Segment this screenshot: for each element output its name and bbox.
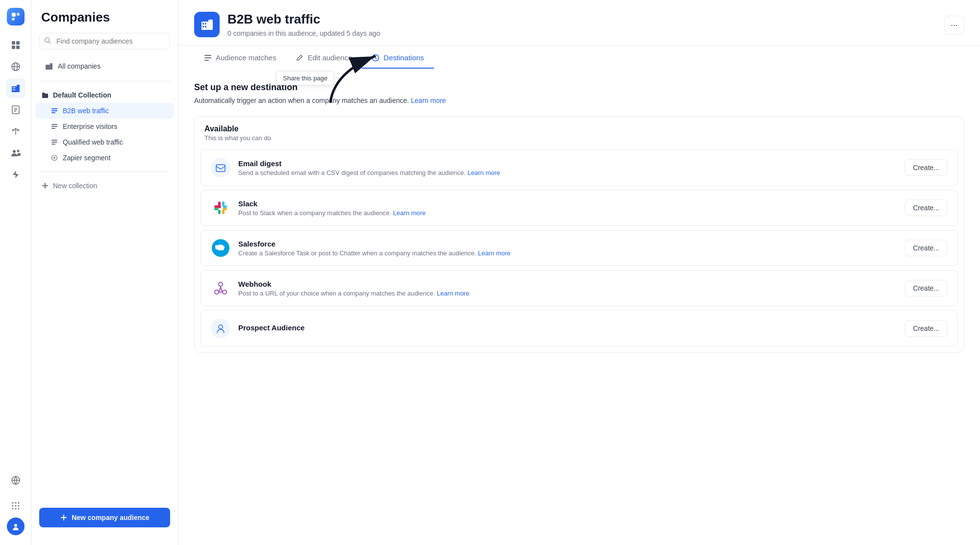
svg-point-74 (215, 290, 219, 294)
svg-line-22 (16, 129, 19, 130)
svg-rect-61 (204, 57, 211, 58)
setup-desc: Automatically trigger an action when a c… (194, 97, 964, 104)
main-header-left: B2B web traffic 0 companies in this audi… (194, 12, 380, 45)
svg-point-35 (14, 524, 17, 527)
available-subtitle: This is what you can do (204, 134, 954, 142)
destination-name-prospect: Prospect Audience (238, 323, 897, 332)
webhook-learn-more-link[interactable]: Learn more (437, 290, 469, 297)
destination-card-email: Email digest Send a scheduled email with… (201, 149, 958, 186)
svg-rect-59 (205, 26, 206, 27)
create-slack-button[interactable]: Create... (905, 199, 948, 216)
sidebar-item-b2b-web-traffic[interactable]: B2B web traffic (35, 103, 174, 119)
svg-point-76 (219, 282, 223, 286)
sidebar-section-default-collection[interactable]: Default Collection (31, 87, 178, 103)
svg-rect-15 (14, 89, 15, 90)
svg-rect-11 (17, 85, 20, 92)
create-email-button[interactable]: Create... (905, 159, 948, 176)
svg-rect-46 (51, 140, 57, 141)
destination-card-prospect: Prospect Audience Create... (201, 310, 958, 347)
nav-icon-companies[interactable] (6, 78, 25, 98)
app-logo[interactable] (7, 8, 25, 25)
tooltip-text: Share this page (283, 74, 327, 82)
sidebar-item-all-companies[interactable]: All companies (35, 57, 174, 75)
destination-desc-webhook: Post to a URL of your choice when a comp… (238, 290, 897, 297)
more-options-button[interactable]: ··· (944, 16, 964, 35)
share-tooltip: Share this page (276, 71, 334, 85)
sidebar-item-qualified-label: Qualified web traffic (63, 138, 123, 146)
nav-avatar[interactable] (7, 518, 25, 535)
search-input[interactable] (39, 33, 170, 50)
svg-rect-71 (214, 208, 219, 210)
svg-point-33 (15, 508, 16, 510)
svg-point-29 (12, 505, 13, 507)
tab-destinations[interactable]: Destinations (362, 48, 434, 69)
nav-icon-team[interactable] (6, 143, 25, 163)
svg-point-26 (12, 502, 13, 504)
svg-rect-38 (46, 65, 50, 70)
main-header: B2B web traffic 0 companies in this audi… (178, 0, 980, 46)
destination-info-salesforce: Salesforce Create a Salesforce Task or p… (238, 240, 897, 257)
svg-line-37 (49, 42, 51, 44)
setup-learn-more-link[interactable]: Learn more (411, 97, 446, 104)
main-subtitle: 0 companies in this audience, updated 5 … (227, 29, 380, 37)
nav-icon-scale[interactable] (6, 122, 25, 141)
svg-point-24 (17, 150, 19, 152)
svg-rect-51 (42, 185, 48, 186)
sidebar-item-qualified-web-traffic[interactable]: Qualified web traffic (35, 134, 174, 150)
nav-icon-grid[interactable] (6, 496, 25, 516)
destination-name-slack: Slack (238, 199, 897, 208)
create-prospect-button[interactable]: Create... (905, 320, 948, 337)
destination-desc-webhook-text: Post to a URL of your choice when a comp… (238, 290, 435, 297)
slack-learn-more-link[interactable]: Learn more (393, 209, 426, 217)
destination-card-slack: Slack Post to Slack when a company match… (201, 190, 958, 226)
sf-learn-more-link[interactable]: Learn more (478, 249, 510, 257)
nav-icon-contacts[interactable] (6, 100, 25, 120)
svg-rect-56 (202, 23, 204, 25)
sidebar-item-zapier-segment[interactable]: Zapier segment (35, 150, 174, 166)
destination-desc-slack-text: Post to Slack when a company matches the… (238, 209, 391, 217)
svg-rect-14 (13, 89, 14, 90)
create-webhook-button[interactable]: Create... (905, 280, 948, 297)
webhook-icon (211, 278, 230, 298)
sidebar-item-enterprise-visitors[interactable]: Enterprise visitors (35, 119, 174, 134)
new-audience-btn-label: New company audience (72, 514, 150, 521)
svg-rect-62 (204, 60, 209, 61)
svg-line-21 (12, 129, 16, 130)
sidebar-item-all-companies-label: All companies (58, 62, 101, 70)
sidebar-search-container (39, 33, 170, 50)
svg-rect-4 (16, 41, 20, 45)
search-icon (44, 37, 51, 46)
svg-rect-65 (216, 165, 225, 172)
svg-rect-54 (201, 22, 208, 30)
new-audience-button[interactable]: New company audience (39, 508, 170, 527)
tab-edit-audience[interactable]: Edit audience (286, 48, 362, 69)
svg-point-28 (18, 502, 19, 504)
destination-desc-email-text: Send a scheduled email with a CSV digest… (238, 169, 466, 176)
svg-rect-39 (50, 63, 52, 70)
svg-rect-41 (51, 110, 57, 111)
svg-rect-5 (12, 46, 15, 49)
more-icon: ··· (951, 20, 958, 30)
svg-rect-13 (14, 87, 15, 88)
destination-name-email: Email digest (238, 159, 897, 168)
tab-audience-matches[interactable]: Audience matches (194, 48, 286, 69)
svg-point-30 (15, 505, 16, 507)
svg-point-23 (13, 150, 16, 153)
sidebar-item-b2b-label: B2B web traffic (63, 107, 109, 115)
sidebar-collection-label: Default Collection (53, 91, 111, 99)
destination-card-salesforce: Salesforce Create a Salesforce Task or p… (201, 230, 958, 266)
svg-point-75 (223, 290, 226, 294)
nav-icon-globe[interactable] (6, 57, 25, 76)
sidebar-new-collection-label: New collection (53, 182, 97, 190)
nav-icon-global[interactable] (6, 471, 25, 490)
nav-icon-dashboard[interactable] (6, 35, 25, 55)
sidebar-new-collection[interactable]: New collection (31, 178, 178, 194)
svg-point-31 (18, 505, 19, 507)
destination-info-slack: Slack Post to Slack when a company match… (238, 199, 897, 217)
nav-icon-lightning[interactable] (6, 165, 25, 184)
email-learn-more-link[interactable]: Learn more (468, 169, 500, 176)
svg-rect-40 (51, 108, 57, 109)
create-salesforce-button[interactable]: Create... (905, 240, 948, 256)
svg-rect-68 (222, 201, 225, 206)
svg-point-27 (15, 502, 16, 504)
